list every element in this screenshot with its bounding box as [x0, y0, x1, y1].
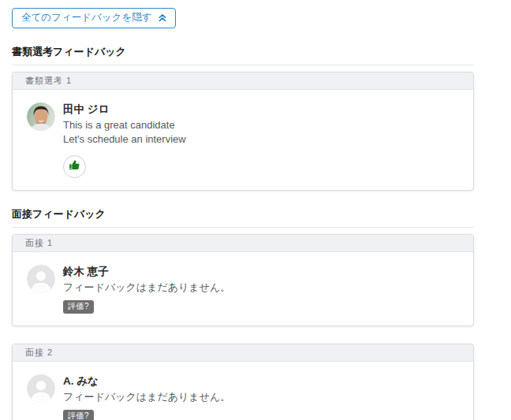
card-body: 田中 ジロ This is a great candidate Let's sc…	[13, 90, 473, 190]
feedback-card: 面接 1 鈴木 恵子 フィードバックはまだありません。 評価	[12, 234, 474, 326]
section-interview-feedback: 面接フィードバック 面接 1 鈴木 恵子 フィードバック	[12, 207, 474, 420]
thumbs-up-rating	[63, 155, 86, 178]
card-body: A. みな フィードバックはまだありません。 評価?	[13, 362, 473, 420]
feedback-content: 田中 ジロ This is a great candidate Let's sc…	[63, 102, 186, 178]
reviewer-name: 田中 ジロ	[63, 103, 186, 115]
reviewer-photo-avatar	[27, 102, 55, 131]
feedback-panel: 全てのフィードバックを隠す 書類選考フィードバック 書類選考 1	[0, 0, 474, 420]
reviewer-name: A. みな	[63, 375, 230, 387]
feedback-content: A. みな フィードバックはまだありません。 評価?	[63, 374, 230, 420]
rating-pending-badge: 評価?	[63, 300, 94, 314]
hide-all-feedback-button[interactable]: 全てのフィードバックを隠す	[12, 8, 176, 28]
placeholder-avatar	[27, 374, 55, 403]
feedback-content: 鈴木 恵子 フィードバックはまだありません。 評価?	[63, 265, 230, 314]
section-title: 書類選考フィードバック	[12, 45, 474, 65]
reviewer-name: 鈴木 恵子	[63, 266, 230, 277]
feedback-line: This is a great candidate	[63, 118, 186, 133]
thumbs-up-icon	[69, 159, 80, 174]
section-title: 面接フィードバック	[12, 207, 474, 228]
placeholder-avatar	[27, 265, 55, 293]
rating-pending-badge: 評価?	[63, 410, 94, 420]
card-header: 面接 1	[13, 235, 473, 252]
card-body: 鈴木 恵子 フィードバックはまだありません。 評価?	[13, 252, 473, 325]
card-header: 書類選考 1	[13, 72, 473, 90]
card-header: 面接 2	[13, 344, 473, 362]
feedback-line: Let's schedule an interview	[63, 132, 186, 147]
feedback-card: 書類選考 1	[12, 72, 474, 191]
hide-all-feedback-label: 全てのフィードバックを隠す	[21, 13, 151, 23]
chevrons-up-icon	[159, 13, 166, 22]
feedback-line: フィードバックはまだありません。	[63, 390, 230, 405]
section-screening-feedback: 書類選考フィードバック 書類選考 1	[12, 45, 474, 191]
feedback-card: 面接 2 A. みな フィードバックはまだありません。 評価	[12, 344, 474, 420]
feedback-line: フィードバックはまだありません。	[63, 281, 230, 295]
